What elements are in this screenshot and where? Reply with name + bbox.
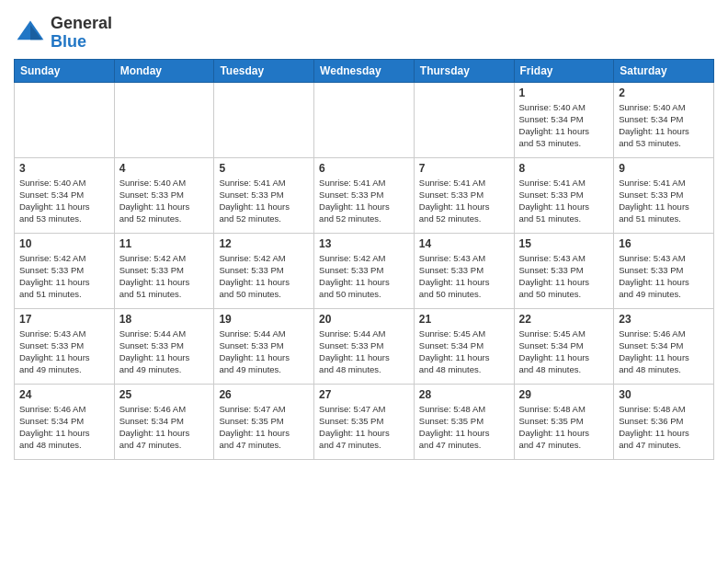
calendar-day-17: 17Sunrise: 5:43 AM Sunset: 5:33 PM Dayli… [15, 308, 115, 384]
calendar-day-13: 13Sunrise: 5:42 AM Sunset: 5:33 PM Dayli… [314, 233, 415, 308]
day-info: Sunrise: 5:41 AM Sunset: 5:33 PM Dayligh… [319, 177, 409, 225]
day-number: 29 [519, 388, 609, 401]
weekday-header-sunday: Sunday [15, 59, 115, 82]
calendar-day-3: 3Sunrise: 5:40 AM Sunset: 5:34 PM Daylig… [15, 157, 115, 233]
day-info: Sunrise: 5:40 AM Sunset: 5:34 PM Dayligh… [19, 177, 109, 225]
day-number: 22 [519, 313, 609, 326]
day-number: 1 [519, 86, 609, 99]
day-info: Sunrise: 5:48 AM Sunset: 5:36 PM Dayligh… [619, 403, 709, 452]
day-info: Sunrise: 5:41 AM Sunset: 5:33 PM Dayligh… [519, 177, 609, 225]
day-number: 18 [119, 313, 210, 326]
calendar-empty-cell [114, 82, 214, 157]
weekday-header-wednesday: Wednesday [314, 59, 415, 82]
calendar-header-row: SundayMondayTuesdayWednesdayThursdayFrid… [15, 59, 714, 82]
day-info: Sunrise: 5:46 AM Sunset: 5:34 PM Dayligh… [19, 403, 109, 452]
day-info: Sunrise: 5:42 AM Sunset: 5:33 PM Dayligh… [219, 252, 309, 301]
day-number: 20 [319, 313, 409, 326]
day-info: Sunrise: 5:46 AM Sunset: 5:34 PM Dayligh… [619, 327, 709, 376]
calendar-week-row: 24Sunrise: 5:46 AM Sunset: 5:34 PM Dayli… [15, 384, 714, 459]
day-info: Sunrise: 5:42 AM Sunset: 5:33 PM Dayligh… [319, 252, 409, 301]
calendar-empty-cell [414, 82, 514, 157]
day-info: Sunrise: 5:41 AM Sunset: 5:33 PM Dayligh… [419, 177, 509, 225]
day-info: Sunrise: 5:42 AM Sunset: 5:33 PM Dayligh… [19, 252, 109, 301]
day-number: 23 [619, 313, 709, 326]
day-info: Sunrise: 5:43 AM Sunset: 5:33 PM Dayligh… [519, 252, 609, 301]
calendar-day-11: 11Sunrise: 5:42 AM Sunset: 5:33 PM Dayli… [114, 233, 214, 308]
logo-text: General Blue [51, 15, 112, 52]
day-info: Sunrise: 5:40 AM Sunset: 5:34 PM Dayligh… [519, 101, 609, 150]
day-number: 16 [619, 237, 709, 250]
day-info: Sunrise: 5:48 AM Sunset: 5:35 PM Dayligh… [519, 403, 609, 452]
calendar-week-row: 17Sunrise: 5:43 AM Sunset: 5:33 PM Dayli… [15, 308, 714, 384]
day-info: Sunrise: 5:40 AM Sunset: 5:33 PM Dayligh… [119, 177, 210, 225]
calendar-day-7: 7Sunrise: 5:41 AM Sunset: 5:33 PM Daylig… [414, 157, 514, 233]
calendar-day-22: 22Sunrise: 5:45 AM Sunset: 5:34 PM Dayli… [514, 308, 614, 384]
calendar-day-10: 10Sunrise: 5:42 AM Sunset: 5:33 PM Dayli… [15, 233, 115, 308]
day-info: Sunrise: 5:47 AM Sunset: 5:35 PM Dayligh… [219, 403, 309, 452]
calendar-day-27: 27Sunrise: 5:47 AM Sunset: 5:35 PM Dayli… [314, 384, 415, 459]
calendar-day-5: 5Sunrise: 5:41 AM Sunset: 5:33 PM Daylig… [214, 157, 314, 233]
calendar-table: SundayMondayTuesdayWednesdayThursdayFrid… [14, 59, 714, 460]
day-number: 19 [219, 313, 309, 326]
logo-blue-line: Blue [51, 33, 112, 52]
day-info: Sunrise: 5:44 AM Sunset: 5:33 PM Dayligh… [319, 327, 409, 376]
day-info: Sunrise: 5:41 AM Sunset: 5:33 PM Dayligh… [219, 177, 309, 225]
day-number: 17 [19, 313, 109, 326]
logo-general: General [51, 14, 112, 32]
day-number: 26 [219, 388, 309, 401]
day-info: Sunrise: 5:43 AM Sunset: 5:33 PM Dayligh… [19, 327, 109, 376]
day-info: Sunrise: 5:44 AM Sunset: 5:33 PM Dayligh… [219, 327, 309, 376]
calendar-day-18: 18Sunrise: 5:44 AM Sunset: 5:33 PM Dayli… [114, 308, 214, 384]
calendar-week-row: 1Sunrise: 5:40 AM Sunset: 5:34 PM Daylig… [15, 82, 714, 157]
weekday-header-tuesday: Tuesday [214, 59, 314, 82]
weekday-header-friday: Friday [514, 59, 614, 82]
weekday-header-saturday: Saturday [614, 59, 714, 82]
calendar-day-25: 25Sunrise: 5:46 AM Sunset: 5:34 PM Dayli… [114, 384, 214, 459]
day-info: Sunrise: 5:42 AM Sunset: 5:33 PM Dayligh… [119, 252, 210, 301]
calendar-day-19: 19Sunrise: 5:44 AM Sunset: 5:33 PM Dayli… [214, 308, 314, 384]
day-number: 28 [419, 388, 509, 401]
calendar-day-1: 1Sunrise: 5:40 AM Sunset: 5:34 PM Daylig… [514, 82, 614, 157]
calendar-day-26: 26Sunrise: 5:47 AM Sunset: 5:35 PM Dayli… [214, 384, 314, 459]
calendar-day-15: 15Sunrise: 5:43 AM Sunset: 5:33 PM Dayli… [514, 233, 614, 308]
calendar-day-30: 30Sunrise: 5:48 AM Sunset: 5:36 PM Dayli… [614, 384, 714, 459]
day-number: 15 [519, 237, 609, 250]
calendar-day-12: 12Sunrise: 5:42 AM Sunset: 5:33 PM Dayli… [214, 233, 314, 308]
day-number: 4 [119, 162, 210, 175]
day-number: 7 [419, 162, 509, 175]
day-number: 21 [419, 313, 509, 326]
day-number: 13 [319, 237, 409, 250]
day-number: 8 [519, 162, 609, 175]
day-number: 9 [619, 162, 709, 175]
day-info: Sunrise: 5:40 AM Sunset: 5:34 PM Dayligh… [619, 101, 709, 150]
day-number: 11 [119, 237, 210, 250]
calendar-day-21: 21Sunrise: 5:45 AM Sunset: 5:34 PM Dayli… [414, 308, 514, 384]
calendar-day-29: 29Sunrise: 5:48 AM Sunset: 5:35 PM Dayli… [514, 384, 614, 459]
day-number: 25 [119, 388, 210, 401]
logo-icon [14, 17, 47, 50]
day-number: 6 [319, 162, 409, 175]
day-number: 10 [19, 237, 109, 250]
calendar-day-20: 20Sunrise: 5:44 AM Sunset: 5:33 PM Dayli… [314, 308, 415, 384]
day-info: Sunrise: 5:41 AM Sunset: 5:33 PM Dayligh… [619, 177, 709, 225]
calendar-day-14: 14Sunrise: 5:43 AM Sunset: 5:33 PM Dayli… [414, 233, 514, 308]
day-info: Sunrise: 5:46 AM Sunset: 5:34 PM Dayligh… [119, 403, 210, 452]
calendar-empty-cell [214, 82, 314, 157]
page: General Blue SundayMondayTuesdayWednesda… [0, 0, 728, 474]
calendar-empty-cell [314, 82, 415, 157]
day-number: 2 [619, 86, 709, 99]
day-info: Sunrise: 5:45 AM Sunset: 5:34 PM Dayligh… [419, 327, 509, 376]
day-info: Sunrise: 5:47 AM Sunset: 5:35 PM Dayligh… [319, 403, 409, 452]
day-number: 3 [19, 162, 109, 175]
calendar-week-row: 3Sunrise: 5:40 AM Sunset: 5:34 PM Daylig… [15, 157, 714, 233]
calendar-day-16: 16Sunrise: 5:43 AM Sunset: 5:33 PM Dayli… [614, 233, 714, 308]
calendar-day-23: 23Sunrise: 5:46 AM Sunset: 5:34 PM Dayli… [614, 308, 714, 384]
calendar-week-row: 10Sunrise: 5:42 AM Sunset: 5:33 PM Dayli… [15, 233, 714, 308]
calendar-day-28: 28Sunrise: 5:48 AM Sunset: 5:35 PM Dayli… [414, 384, 514, 459]
logo: General Blue [14, 15, 112, 52]
day-number: 5 [219, 162, 309, 175]
day-number: 27 [319, 388, 409, 401]
day-info: Sunrise: 5:43 AM Sunset: 5:33 PM Dayligh… [619, 252, 709, 301]
header: General Blue [14, 9, 714, 52]
calendar-day-2: 2Sunrise: 5:40 AM Sunset: 5:34 PM Daylig… [614, 82, 714, 157]
